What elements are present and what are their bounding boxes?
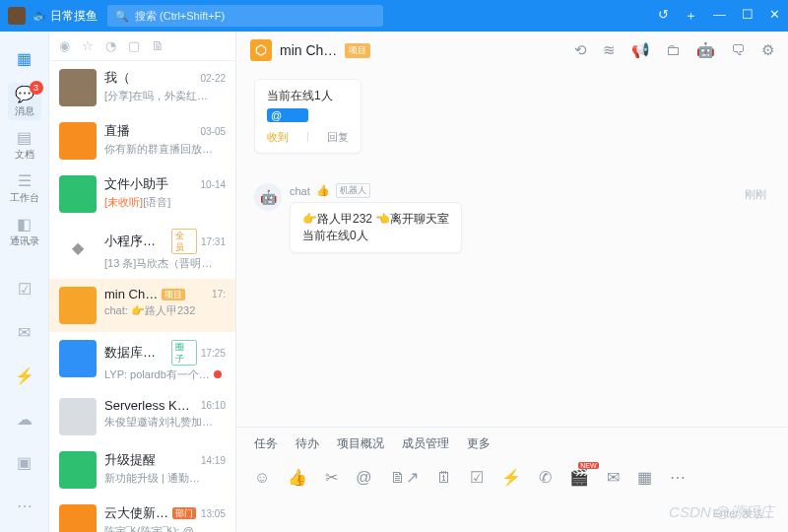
tool-folder-icon[interactable]: 🗀	[666, 41, 681, 59]
conv-time: 17:25	[201, 348, 226, 359]
conv-name: 直播	[104, 122, 130, 140]
search-box[interactable]: 🔍 搜索 (Ctrl+Shift+F)	[107, 5, 383, 27]
conv-time: 13:05	[201, 508, 226, 519]
conv-avatar	[59, 398, 97, 435]
conv-time: 02-22	[200, 73, 226, 84]
phone-icon[interactable]: ✆	[539, 468, 552, 487]
rail-more-icon[interactable]: ⋯	[8, 487, 41, 524]
conv-tag: 部门	[172, 507, 196, 519]
lower-tabs: 任务 待办 项目概况 成员管理 更多	[236, 427, 788, 460]
conv-time: 17:31	[201, 236, 226, 247]
input-hint: Enter 发送，	[713, 506, 774, 521]
calendar-icon[interactable]: 🗓	[436, 469, 452, 487]
action-receive[interactable]: 收到	[267, 130, 289, 145]
unread-dot	[214, 370, 222, 378]
conv-preview: 朱俊望邀请刘礼赞加…	[104, 415, 226, 430]
tab-overview[interactable]: 项目概况	[337, 435, 384, 452]
mention-icon[interactable]: @	[356, 469, 371, 487]
chat-avatar-icon	[250, 39, 272, 61]
conversation-item[interactable]: 文件小助手 10-14 [未收听][语音]	[49, 167, 235, 221]
bot-name: chat	[290, 185, 310, 197]
unread-badge: 3	[30, 81, 43, 95]
rail-mail-icon[interactable]: ✉	[8, 313, 41, 351]
rail-cloud-icon[interactable]: ☁	[8, 400, 41, 437]
conversation-list: ◉ ☆ ◔ ▢ 🗎 我（ 02-22 [分享]在吗，外卖红… 直播 03-05	[49, 32, 236, 532]
rail-docs[interactable]: ▤文档	[8, 126, 41, 164]
msg-text: 当前在线1人	[267, 88, 349, 104]
conversation-item[interactable]: 直播 03-05 你有新的群直播回放…	[49, 114, 235, 167]
conversation-item[interactable]: 我（ 02-22 [分享]在吗，外卖红…	[49, 61, 235, 114]
conv-preview: chat: 👉路人甲232	[104, 303, 226, 318]
tool-settings-icon[interactable]: ⚙	[761, 41, 774, 59]
tab-more[interactable]: 更多	[467, 435, 491, 452]
conv-time: 17:	[212, 289, 226, 299]
tool-chat-icon[interactable]: 🗨	[731, 41, 746, 59]
filter-star-icon[interactable]: ☆	[82, 38, 94, 53]
video-icon[interactable]: 🎬	[569, 468, 589, 487]
conversation-item[interactable]: Serverless Ku… 16:10 朱俊望邀请刘礼赞加…	[49, 390, 235, 443]
conv-name: 升级提醒	[104, 451, 156, 469]
tool-refresh-icon[interactable]: ⟲	[574, 41, 587, 59]
filter-all-icon[interactable]: ◉	[59, 38, 70, 53]
chat-title: min Ch…	[280, 42, 337, 58]
conv-avatar	[59, 287, 97, 324]
tool-stack-icon[interactable]: ≋	[603, 41, 616, 59]
compose-toolbar: ☺ 👍 ✂ @ 🗎↗ 🗓 ☑ ⚡ ✆ 🎬 ✉ ▦ ⋯	[236, 460, 788, 495]
conversation-item[interactable]: 云大使新… 部门 13:05 陈宇飞(陈宇飞): @…	[49, 497, 235, 532]
conv-time: 14:19	[201, 455, 226, 466]
add-icon[interactable]: ＋	[685, 7, 697, 25]
compose-input[interactable]: Enter 发送，	[236, 495, 788, 532]
scissors-icon[interactable]: ✂	[325, 468, 338, 487]
conv-tag: 项目	[162, 289, 185, 300]
message-area: 当前在线1人 @ 收到 | 回复 刚刚 🤖 chat 👍 机器人	[236, 69, 788, 427]
filter-flag-icon[interactable]: ▢	[128, 38, 140, 53]
bot-avatar-icon: 🤖	[254, 183, 282, 211]
conv-name: 数据库上…	[104, 344, 167, 362]
thumb-up-icon[interactable]: 👍	[288, 468, 307, 487]
tab-tasks[interactable]: 任务	[254, 435, 278, 452]
envelope-icon[interactable]: ✉	[607, 468, 620, 487]
conversation-item[interactable]: min Ch… 项目 17: chat: 👉路人甲232	[49, 279, 235, 332]
conv-avatar: ◆	[59, 229, 97, 266]
filter-doc-icon[interactable]: 🗎	[152, 38, 164, 53]
list-filter-bar: ◉ ☆ ◔ ▢ 🗎	[49, 32, 235, 61]
check-icon[interactable]: ☑	[470, 468, 484, 487]
rail-box-icon[interactable]: ▣	[8, 443, 41, 481]
rail-workbench[interactable]: ☰工作台	[8, 169, 41, 207]
user-avatar[interactable]	[8, 7, 26, 25]
history-icon[interactable]: ↺	[658, 7, 669, 25]
app-title: 日常摸鱼	[50, 8, 98, 25]
conversation-item[interactable]: 数据库上… 圈子 17:25 LYP: polardb有一个…	[49, 332, 235, 390]
conv-preview: 陈宇飞(陈宇飞): @…	[104, 524, 226, 532]
action-reply[interactable]: 回复	[327, 130, 349, 145]
chat-header: min Ch… 项目 ⟲ ≋ 📢 🗀 🤖 🗨 ⚙	[236, 32, 788, 69]
conv-time: 16:10	[201, 400, 226, 411]
rail-bolt-icon[interactable]: ⚡	[8, 357, 41, 394]
rail-apps[interactable]: ▦	[8, 39, 41, 77]
tab-members[interactable]: 成员管理	[402, 435, 449, 452]
bolt-icon[interactable]: ⚡	[501, 468, 521, 487]
rail-contacts[interactable]: ◧通讯录	[8, 213, 41, 250]
rail-cal-icon[interactable]: ☑	[8, 270, 41, 307]
nav-rail: ▦ 💬消息 3 ▤文档 ☰工作台 ◧通讯录 ☑ ✉ ⚡ ☁ ▣ ⋯	[0, 32, 49, 532]
tab-todo[interactable]: 待办	[296, 435, 319, 452]
filter-clock-icon[interactable]: ◔	[105, 38, 116, 53]
tool-robot-icon[interactable]: 🤖	[696, 41, 715, 59]
conv-preview: [分享]在吗，外卖红…	[104, 89, 226, 103]
conversation-item[interactable]: ◆ 小程序开… 全员 17:31 [13 条]马欣杰（晋明…	[49, 221, 235, 279]
conversation-item[interactable]: 升级提醒 14:19 新功能升级 | 通勤…	[49, 443, 235, 497]
minimize-icon[interactable]: —	[713, 7, 726, 25]
emoji-picker-icon[interactable]: ☺	[254, 469, 270, 487]
attach-icon[interactable]: 🗎↗	[390, 468, 419, 487]
close-icon[interactable]: ✕	[769, 7, 780, 25]
more-tools-icon[interactable]: ⋯	[670, 468, 686, 487]
grid-icon[interactable]: ▦	[637, 468, 652, 487]
title-bar: 🐟 日常摸鱼 🔍 搜索 (Ctrl+Shift+F) ↺ ＋ — ☐ ✕	[0, 0, 788, 32]
rail-messages[interactable]: 💬消息 3	[8, 83, 41, 120]
thumb-icon: 👍	[316, 184, 330, 197]
bot-line1: 👉路人甲232 👈离开聊天室	[302, 211, 449, 228]
conv-tag: 全员	[171, 229, 197, 254]
mention-chip[interactable]: @	[267, 108, 308, 122]
tool-announce-icon[interactable]: 📢	[631, 41, 650, 59]
maximize-icon[interactable]: ☐	[742, 7, 754, 25]
